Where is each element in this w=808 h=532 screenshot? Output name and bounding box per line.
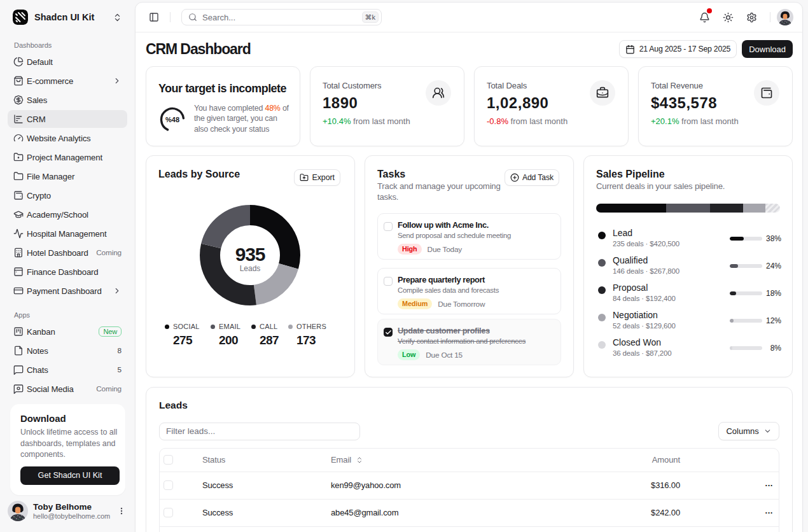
svg-text:%48: %48 [165, 116, 179, 123]
svg-text:Leads: Leads [240, 264, 261, 273]
svg-text:935: 935 [235, 244, 265, 265]
